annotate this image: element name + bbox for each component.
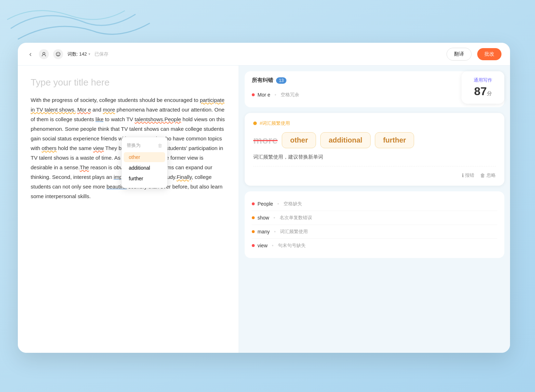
editor-title-placeholder[interactable]: Type your title here <box>31 77 226 88</box>
translate-button[interactable]: 翻译 <box>447 48 472 61</box>
back-button[interactable]: ‹ <box>26 48 35 60</box>
suggestion-words: more other additional further <box>253 132 496 148</box>
suggestion-btn-further[interactable]: further <box>375 132 414 148</box>
error-desc-people: 空格缺失 <box>284 201 302 207</box>
critique-button[interactable]: 批改 <box>477 48 501 60</box>
underline-the: The <box>80 164 89 170</box>
toolbar-left: ‹ 词数: 142 ▾ 已保存 <box>26 48 108 60</box>
underline-more: Mor e <box>77 107 91 113</box>
errors-header: 所有纠错 13 <box>252 77 497 84</box>
suggestion-tag-dot <box>253 122 257 125</box>
suggestion-tag-text: #词汇频繁使用 <box>260 120 290 127</box>
error-word-people: People <box>258 201 273 207</box>
suggestion-btn-additional[interactable]: additional <box>320 132 370 148</box>
error-dot-more <box>252 93 255 96</box>
report-icon: ℹ <box>462 172 464 178</box>
error-dot-view <box>252 244 255 247</box>
error-desc-show: 名次单复数错误 <box>280 215 312 221</box>
score-panel: 通用写作 87分 <box>462 71 504 104</box>
underline-others: others <box>42 145 57 151</box>
errors-badge: 13 <box>276 77 286 84</box>
error-item-view[interactable]: view • 句末句号缺失 <box>252 239 497 252</box>
main-window: ‹ 词数: 142 ▾ 已保存 翻译 批改 Type your title he… <box>18 43 510 353</box>
error-word-many: many <box>258 229 270 234</box>
replace-popup: 替换为 🗑 other additional further <box>121 137 168 188</box>
errors-title: 所有纠错 <box>252 77 273 84</box>
ignore-label: 忽略 <box>486 172 496 179</box>
error-item-more[interactable]: Mor e • 空格冗余 <box>252 88 497 102</box>
word-count[interactable]: 词数: 142 ▾ <box>67 51 90 57</box>
editor-panel: Type your title here With the progress o… <box>18 66 239 353</box>
report-label: 报错 <box>465 172 474 179</box>
report-button[interactable]: ℹ 报错 <box>462 172 474 179</box>
suggestion-tag-row: #词汇频繁使用 <box>253 120 496 127</box>
svg-point-1 <box>43 52 45 55</box>
error-desc-view: 句末句号缺失 <box>278 242 306 249</box>
popup-item-other[interactable]: other <box>124 152 165 162</box>
delete-icon[interactable]: 🗑 <box>158 143 162 148</box>
error-word-view: view <box>258 243 268 248</box>
underline-more2: more <box>103 107 115 113</box>
errors-panel-list: People • 空格缺失 show • 名次单复数错误 many • 词汇频繁… <box>245 191 504 258</box>
right-panel: 通用写作 87分 所有纠错 13 Mor e • 空格冗余 <box>239 66 510 353</box>
error-item-many[interactable]: many • 词汇频繁使用 <box>252 225 497 239</box>
underline-participate: participate in TV talent shows. <box>31 97 224 113</box>
emotion-icon[interactable] <box>53 49 63 59</box>
error-word-more: Mor e <box>258 92 270 98</box>
suggestion-actions: ℹ 报错 🗑 忽略 <box>253 172 496 179</box>
underline-talentshows: talentshows.People <box>135 116 181 122</box>
underline-view: view <box>93 145 104 151</box>
user-icon[interactable] <box>39 49 49 59</box>
score-value: 87分 <box>470 85 496 98</box>
ignore-button[interactable]: 🗑 忽略 <box>480 172 496 179</box>
suggestion-desc: 词汇频繁使用，建议替换新单词 <box>253 154 496 166</box>
word-count-label: 词数: 142 <box>67 51 87 57</box>
underline-finally: Finally <box>177 174 192 180</box>
suggestion-word-original: more <box>253 135 277 146</box>
ignore-icon: 🗑 <box>480 172 485 178</box>
score-unit: 分 <box>487 91 492 96</box>
underline-like: like <box>96 116 104 122</box>
popup-item-further[interactable]: further <box>124 174 165 184</box>
suggestion-panel: #词汇频繁使用 more other additional further 词汇… <box>245 113 504 186</box>
replace-popup-header: 替换为 🗑 <box>122 141 167 151</box>
saved-label: 已保存 <box>95 51 108 57</box>
word-count-dropdown-icon: ▾ <box>88 52 90 56</box>
error-word-show: show <box>258 215 269 221</box>
content-area: Type your title here With the progress o… <box>18 66 510 353</box>
popup-item-additional[interactable]: additional <box>124 163 165 173</box>
svg-point-4 <box>58 53 59 54</box>
suggestion-btn-other[interactable]: other <box>282 132 316 148</box>
toolbar: ‹ 词数: 142 ▾ 已保存 翻译 批改 <box>18 43 510 66</box>
error-dot-many <box>252 230 255 233</box>
svg-point-3 <box>57 53 58 54</box>
error-dot-people <box>252 202 255 205</box>
score-label: 通用写作 <box>470 77 496 83</box>
error-dot-show <box>252 216 255 219</box>
error-desc-many: 词汇频繁使用 <box>280 228 308 235</box>
error-desc-more: 空格冗余 <box>281 92 299 98</box>
score-number: 87 <box>474 85 487 98</box>
error-item-show[interactable]: show • 名次单复数错误 <box>252 211 497 225</box>
error-item-people[interactable]: People • 空格缺失 <box>252 197 497 211</box>
replace-popup-title: 替换为 <box>127 142 141 149</box>
